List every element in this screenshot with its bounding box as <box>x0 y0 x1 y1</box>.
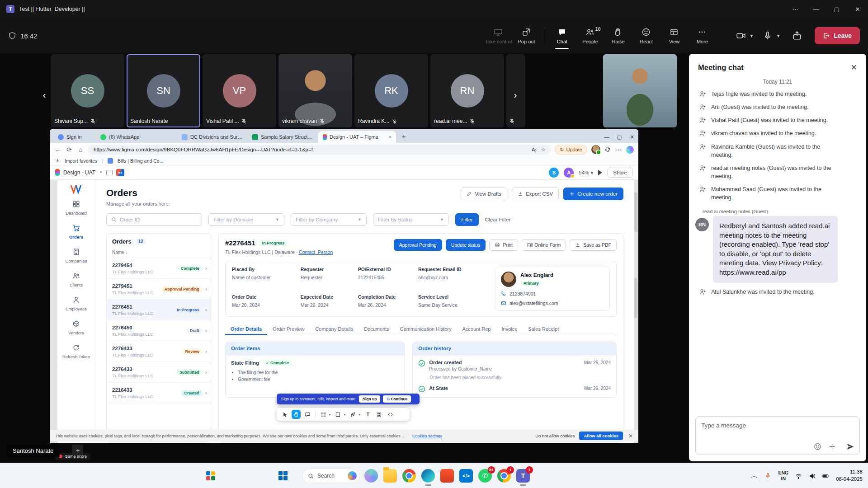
taskbar-search[interactable] <box>302 469 360 483</box>
browser-more-icon[interactable]: ⋯ <box>615 145 622 154</box>
chat-button[interactable]: Chat <box>548 21 576 50</box>
view-drafts-button[interactable]: View Drafts <box>461 188 507 200</box>
chevron-down-icon[interactable]: ▼ <box>358 413 361 416</box>
emoji-icon[interactable] <box>814 443 821 450</box>
shape-tool-icon[interactable] <box>334 410 343 419</box>
copilot-icon[interactable] <box>626 146 634 154</box>
dev-mode-icon[interactable] <box>386 410 395 419</box>
chat-message-input[interactable] <box>701 422 854 429</box>
sidebar-item-dashboard[interactable]: Dashboard <box>58 200 94 216</box>
battery-icon[interactable] <box>822 473 829 479</box>
participant-tile[interactable]: RK Ravindra K... <box>354 54 428 127</box>
figma-menu-icon[interactable] <box>55 169 60 176</box>
cookie-close-icon[interactable]: ✕ <box>628 433 633 439</box>
sidebar-item-vendors[interactable]: Vendors <box>58 320 94 335</box>
vscode-app-icon[interactable]: </> <box>459 469 473 483</box>
filter-domicile-select[interactable]: Filter by Domicile▼ <box>208 213 284 226</box>
google-continue-button[interactable]: G Continue <box>383 395 411 403</box>
chevron-down-icon[interactable]: ▼ <box>343 413 346 416</box>
sign-up-button[interactable]: Sign up <box>359 395 380 403</box>
wifi-icon[interactable] <box>795 473 802 479</box>
contact-phone[interactable]: 2123874901 <box>501 291 604 296</box>
share-screen-button[interactable] <box>792 31 802 41</box>
allow-cookies-button[interactable]: Allow all cookies <box>579 432 623 440</box>
home-icon[interactable]: ⌂ <box>77 146 84 153</box>
participant-tile[interactable]: RN read.ai mee... <box>430 54 504 127</box>
create-new-order-button[interactable]: Create new order <box>563 188 623 200</box>
back-icon[interactable]: ← <box>54 146 61 153</box>
window-close-button[interactable]: ✕ <box>847 0 868 18</box>
participant-tile-spotlight[interactable] <box>603 54 677 127</box>
browser-close-button[interactable]: ✕ <box>626 131 638 143</box>
tray-mic-icon[interactable] <box>764 473 771 479</box>
widgets-icon[interactable] <box>204 469 217 482</box>
participant-tile[interactable]: VP Vishal Patil ... <box>203 54 276 127</box>
read-aloud-icon[interactable]: A) <box>532 147 537 152</box>
figma-file-name[interactable]: Design - UAT <box>63 169 95 176</box>
save-as-pdf-button[interactable]: Save as PDF <box>570 239 617 251</box>
canvas-scrollbar[interactable] <box>635 192 637 232</box>
language-indicator[interactable]: ENGIN <box>778 470 788 482</box>
chrome-app-icon[interactable] <box>402 469 416 483</box>
browser-tab-figma[interactable]: Design - UAT – Figma × <box>318 131 396 143</box>
export-csv-button[interactable]: Export CSV <box>512 188 559 200</box>
filter-button[interactable]: Filter <box>455 213 479 226</box>
leave-button[interactable]: Leave <box>815 27 860 44</box>
order-row[interactable]: 2279454TL Flex Holdings LLC Complete › <box>107 258 211 279</box>
browser-profile-avatar[interactable] <box>591 145 600 154</box>
order-row[interactable]: 2276433TL Flex Holdings LLC Review › <box>107 341 211 362</box>
browser-minimize-button[interactable]: — <box>600 131 613 143</box>
order-row-selected[interactable]: 2276451TL Flex Holdings LLC In Progress … <box>107 300 211 320</box>
attach-plus-icon[interactable] <box>828 443 836 450</box>
pages-panel-icon[interactable] <box>106 170 113 175</box>
chat-close-icon[interactable]: ✕ <box>851 63 857 72</box>
comment-tool-icon[interactable] <box>303 410 312 419</box>
favorite-star-icon[interactable]: ☆ <box>541 147 545 153</box>
tray-clock[interactable]: 11:3808-04-2025 <box>836 469 863 483</box>
clear-filter-button[interactable]: Clear Filter <box>485 217 510 222</box>
window-more-button[interactable]: ⋯ <box>785 0 806 18</box>
raise-hand-button[interactable]: Raise <box>604 21 632 50</box>
tab-close-icon[interactable]: × <box>389 134 392 140</box>
filter-company-select[interactable]: Filter by Company▼ <box>291 213 367 226</box>
sidebar-item-refresh-token[interactable]: Refresh Token <box>58 344 94 359</box>
sidebar-item-clients[interactable]: Clients <box>58 272 94 287</box>
new-tab-button[interactable]: ＋ <box>401 133 407 141</box>
participant-tile[interactable]: vikram chavan <box>278 54 352 127</box>
strip-next-button[interactable]: › <box>509 89 522 101</box>
pop-out-button[interactable]: Pop out <box>512 21 540 50</box>
tab-sales-receipt[interactable]: Sales Receipt <box>523 323 564 335</box>
extensions-puzzle-icon[interactable] <box>604 146 611 153</box>
order-row[interactable]: 2276450TL Flex Holdings LLC Draft › <box>107 320 211 341</box>
whatsapp-app-icon[interactable]: ✆81 <box>478 469 492 483</box>
file-dropdown-chevron[interactable]: ▼ <box>99 170 103 174</box>
resources-tool-icon[interactable] <box>375 410 384 419</box>
more-button[interactable]: More <box>688 21 716 50</box>
tab-account-rep[interactable]: Account Rep <box>457 323 496 335</box>
name-tag-expand-button[interactable]: ＋ <box>72 445 83 455</box>
browser-tab-sheet[interactable]: Sample Salary Structure with cal... <box>248 131 318 143</box>
order-row[interactable]: 2216433TL Flex Holdings LLC Created › <box>107 383 211 404</box>
tray-chevron-up-icon[interactable]: ︿ <box>750 471 758 481</box>
tab-communication-history[interactable]: Communication History <box>395 323 457 335</box>
hand-tool-icon[interactable] <box>292 410 301 419</box>
teams-app-icon[interactable]: T1 <box>516 469 530 483</box>
browser-tab-signin[interactable]: Sign in <box>53 131 96 143</box>
volume-icon[interactable] <box>809 473 816 479</box>
import-favorites-link[interactable]: Import favorites <box>65 158 97 164</box>
move-tool-icon[interactable] <box>280 410 289 419</box>
present-play-icon[interactable] <box>598 170 602 175</box>
mic-dropdown-chevron[interactable]: ▼ <box>776 33 780 38</box>
brave-app-icon[interactable] <box>440 469 454 483</box>
start-button[interactable] <box>277 469 289 482</box>
bills-favorite-link[interactable]: Bills | Billing and Co... <box>118 158 163 164</box>
chat-input-box[interactable] <box>695 416 860 455</box>
filter-status-select[interactable]: Filter by Status▼ <box>373 213 449 226</box>
edge-app-icon[interactable] <box>421 469 435 483</box>
print-button[interactable]: Print <box>489 239 518 251</box>
approval-pending-button[interactable]: Approval Pending <box>394 239 442 251</box>
collaborator-avatar[interactable]: A <box>564 168 574 178</box>
zoom-level[interactable]: 94% ▾ <box>579 169 593 176</box>
refresh-icon[interactable]: ⟳ <box>66 146 73 153</box>
sidebar-item-orders[interactable]: Orders <box>58 224 94 239</box>
